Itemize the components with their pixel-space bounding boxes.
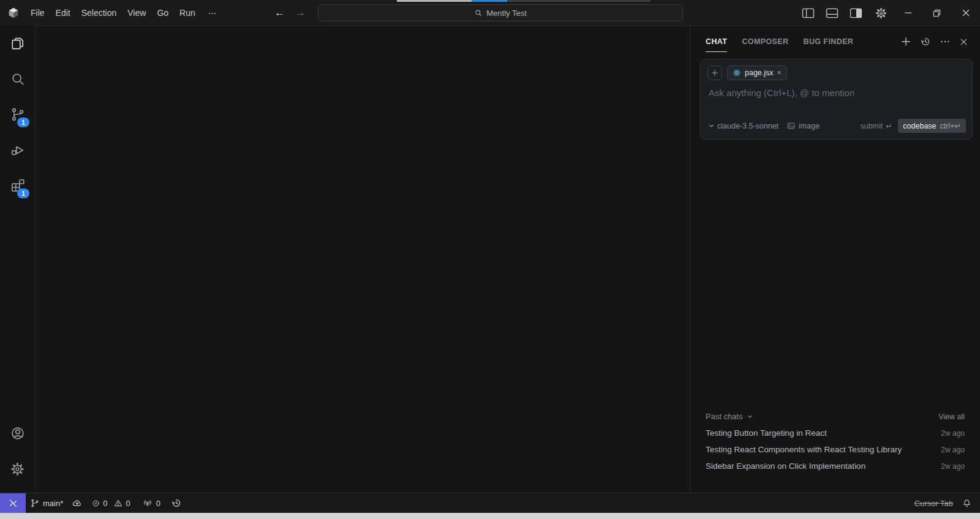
top-progress-played: [397, 0, 472, 2]
remote-icon: [9, 498, 18, 509]
forward-arrow-icon[interactable]: →: [295, 7, 306, 19]
activity-bar: 1 1: [0, 26, 36, 493]
menu-view[interactable]: View: [122, 0, 151, 26]
editor-area: [36, 26, 690, 493]
chevron-down-icon: [708, 122, 715, 129]
activity-bar-bottom: [0, 416, 35, 493]
ports-count: 0: [156, 499, 160, 508]
codebase-button[interactable]: codebase ctrl+↵: [898, 119, 966, 133]
model-selector[interactable]: claude-3.5-sonnet: [708, 122, 778, 130]
submit-button[interactable]: submit ↵: [860, 122, 892, 130]
past-chat-title: Testing Button Targeting in React: [706, 428, 827, 438]
tab-chat[interactable]: CHAT: [706, 31, 727, 52]
menu-selection[interactable]: Selection: [76, 0, 123, 26]
chat-history-icon[interactable]: [921, 37, 930, 47]
toggle-secondary-sidebar-icon[interactable]: [844, 8, 868, 18]
past-chat-item[interactable]: Testing React Components with React Test…: [706, 441, 965, 458]
menu-edit[interactable]: Edit: [50, 0, 76, 26]
titlebar: File Edit Selection View Go Run ⋯ ← → Me…: [0, 0, 980, 26]
enter-key-icon: ↵: [886, 122, 892, 130]
tab-composer[interactable]: COMPOSER: [742, 31, 788, 52]
history-clock-icon: [172, 498, 181, 508]
top-progress-handle: [472, 0, 507, 2]
errors-icon: [91, 499, 100, 508]
extensions-icon[interactable]: 1: [0, 168, 35, 203]
context-chip-pagejsx[interactable]: page.jsx ×: [727, 65, 787, 80]
chat-panel: CHAT COMPOSER BUG FINDER: [690, 26, 980, 493]
chat-input-box[interactable]: page.jsx × Ask anything (Ctrl+L), @ to m…: [700, 59, 973, 140]
settings-gear-icon[interactable]: [868, 7, 894, 20]
problems-item[interactable]: 0 0: [87, 493, 134, 513]
past-chat-item[interactable]: Sidebar Expansion on Click Implementatio…: [706, 458, 965, 474]
explorer-icon[interactable]: [0, 26, 35, 61]
image-label: image: [799, 122, 820, 130]
panel-spacer: [690, 140, 980, 408]
past-chat-title: Testing React Components with React Test…: [706, 445, 902, 454]
menu-run[interactable]: Run: [174, 0, 201, 26]
past-chat-title: Sidebar Expansion on Click Implementatio…: [706, 461, 865, 471]
search-sidebar-icon[interactable]: [0, 61, 35, 97]
menu-file[interactable]: File: [25, 0, 50, 26]
past-chats-chevron-icon[interactable]: [747, 413, 753, 420]
manage-gear-icon[interactable]: [0, 451, 35, 487]
past-chat-time: 2w ago: [941, 429, 965, 438]
toggle-panel-icon[interactable]: [820, 8, 844, 18]
main-area: 1 1: [0, 26, 980, 493]
attach-image-button[interactable]: image: [786, 121, 820, 130]
past-chat-time: 2w ago: [941, 446, 965, 454]
add-context-button[interactable]: [707, 65, 722, 80]
remote-indicator[interactable]: [0, 493, 26, 513]
minimize-button[interactable]: [894, 0, 922, 26]
menu-go[interactable]: Go: [151, 0, 174, 26]
codebase-shortcut: ctrl+↵: [940, 121, 961, 130]
back-arrow-icon[interactable]: ←: [274, 7, 285, 19]
tab-bug-finder[interactable]: BUG FINDER: [804, 31, 854, 52]
warnings-icon: [113, 498, 123, 508]
git-branch-item[interactable]: main*: [26, 493, 67, 513]
git-branch-icon: [30, 498, 40, 508]
desktop-edge-strip: [0, 513, 980, 519]
past-chat-item[interactable]: Testing Button Targeting in React 2w ago: [706, 425, 965, 441]
past-chats-header: Past chats View all: [706, 408, 965, 425]
menu-bar: File Edit Selection View Go Run ⋯: [25, 0, 225, 26]
warnings-count: 0: [126, 499, 130, 508]
search-icon: [474, 9, 483, 17]
submit-label: submit: [860, 122, 883, 130]
chat-header-actions: [901, 37, 968, 52]
cursor-tab-toggle[interactable]: Cursor Tab: [907, 499, 960, 508]
close-window-button[interactable]: [951, 0, 980, 26]
context-chip-row: page.jsx ×: [701, 59, 972, 80]
top-progress-rest: [507, 0, 650, 2]
more-actions-icon[interactable]: [940, 37, 950, 47]
chip-file-name: page.jsx: [745, 69, 774, 77]
past-chats-section: Past chats View all Testing Button Targe…: [690, 408, 980, 493]
chat-input[interactable]: Ask anything (Ctrl+L), @ to mention: [701, 80, 972, 98]
command-center-search[interactable]: Mently Test: [318, 4, 683, 21]
run-debug-icon[interactable]: [0, 132, 35, 168]
timeline-item[interactable]: [167, 493, 186, 513]
sync-changes-item[interactable]: [67, 493, 87, 513]
restore-button[interactable]: [922, 0, 951, 26]
ports-item[interactable]: 0: [138, 493, 165, 513]
statusbar-right: Cursor Tab: [907, 493, 980, 513]
toggle-primary-sidebar-icon[interactable]: [796, 8, 820, 18]
past-chats-label[interactable]: Past chats: [706, 412, 743, 421]
chat-input-footer: claude-3.5-sonnet image sub: [701, 119, 972, 139]
notifications-bell-icon[interactable]: [960, 498, 980, 509]
chip-close-icon[interactable]: ×: [777, 69, 782, 77]
new-chat-plus-icon[interactable]: [901, 37, 911, 47]
close-panel-icon[interactable]: [960, 38, 968, 46]
react-file-icon: [733, 69, 741, 77]
cloud-upload-icon: [72, 498, 83, 509]
cursor-window: File Edit Selection View Go Run ⋯ ← → Me…: [0, 0, 980, 519]
menu-overflow-button[interactable]: ⋯: [201, 8, 225, 18]
source-control-icon[interactable]: 1: [0, 97, 35, 132]
account-icon[interactable]: [0, 416, 35, 451]
extensions-badge: 1: [17, 189, 29, 198]
chat-submit-actions: submit ↵ codebase ctrl+↵: [860, 119, 966, 133]
view-all-link[interactable]: View all: [938, 413, 965, 421]
scm-badge: 1: [17, 118, 29, 127]
cursor-logo-icon: [7, 6, 20, 20]
status-bar: main* 0 0: [0, 493, 980, 513]
errors-count: 0: [103, 499, 107, 508]
